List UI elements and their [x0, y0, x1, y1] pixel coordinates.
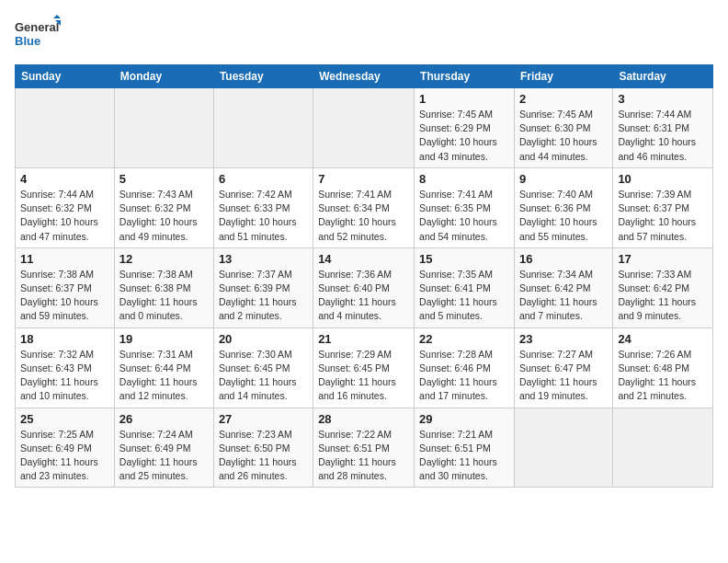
calendar-cell: 17Sunrise: 7:33 AMSunset: 6:42 PMDayligh… — [613, 247, 713, 327]
day-info: Sunrise: 7:41 AMSunset: 6:34 PMDaylight:… — [318, 188, 409, 244]
calendar-cell — [514, 408, 612, 488]
calendar-cell: 9Sunrise: 7:40 AMSunset: 6:36 PMDaylight… — [514, 167, 612, 247]
calendar-cell: 14Sunrise: 7:36 AMSunset: 6:40 PMDayligh… — [313, 247, 415, 327]
day-header-thursday: Thursday — [415, 65, 515, 88]
week-row-2: 4Sunrise: 7:44 AMSunset: 6:32 PMDaylight… — [16, 167, 713, 247]
day-info: Sunrise: 7:36 AMSunset: 6:40 PMDaylight:… — [318, 268, 409, 324]
calendar-cell: 6Sunrise: 7:42 AMSunset: 6:33 PMDaylight… — [213, 167, 313, 247]
day-number: 7 — [318, 172, 409, 186]
calendar-cell: 18Sunrise: 7:32 AMSunset: 6:43 PMDayligh… — [16, 327, 115, 408]
calendar-cell: 21Sunrise: 7:29 AMSunset: 6:45 PMDayligh… — [313, 327, 415, 408]
day-info: Sunrise: 7:26 AMSunset: 6:48 PMDaylight:… — [618, 348, 708, 404]
day-number: 29 — [419, 412, 509, 426]
day-info: Sunrise: 7:34 AMSunset: 6:42 PMDaylight:… — [519, 268, 608, 324]
calendar-cell: 24Sunrise: 7:26 AMSunset: 6:48 PMDayligh… — [613, 327, 713, 408]
day-number: 22 — [419, 332, 509, 346]
day-number: 16 — [519, 252, 608, 266]
day-info: Sunrise: 7:37 AMSunset: 6:39 PMDaylight:… — [219, 268, 308, 324]
calendar-cell: 15Sunrise: 7:35 AMSunset: 6:41 PMDayligh… — [415, 247, 515, 327]
day-number: 5 — [119, 172, 209, 186]
day-info: Sunrise: 7:32 AMSunset: 6:43 PMDaylight:… — [20, 348, 109, 404]
day-info: Sunrise: 7:45 AMSunset: 6:29 PMDaylight:… — [419, 108, 509, 164]
day-number: 27 — [219, 412, 308, 426]
calendar-cell: 12Sunrise: 7:38 AMSunset: 6:38 PMDayligh… — [114, 247, 213, 327]
svg-text:General: General — [15, 20, 59, 34]
day-number: 10 — [618, 172, 708, 186]
day-header-tuesday: Tuesday — [213, 65, 313, 88]
logo: General Blue — [15, 15, 61, 55]
day-number: 18 — [20, 332, 109, 346]
day-info: Sunrise: 7:40 AMSunset: 6:36 PMDaylight:… — [519, 188, 608, 244]
day-info: Sunrise: 7:23 AMSunset: 6:50 PMDaylight:… — [219, 428, 308, 484]
calendar-cell: 7Sunrise: 7:41 AMSunset: 6:34 PMDaylight… — [313, 167, 415, 247]
day-info: Sunrise: 7:39 AMSunset: 6:37 PMDaylight:… — [618, 188, 708, 244]
calendar-cell — [613, 408, 713, 488]
svg-text:Blue: Blue — [15, 34, 40, 48]
calendar-cell: 20Sunrise: 7:30 AMSunset: 6:45 PMDayligh… — [213, 327, 313, 408]
week-row-5: 25Sunrise: 7:25 AMSunset: 6:49 PMDayligh… — [16, 408, 713, 488]
day-number: 1 — [419, 92, 509, 106]
day-info: Sunrise: 7:22 AMSunset: 6:51 PMDaylight:… — [318, 428, 409, 484]
day-number: 20 — [219, 332, 308, 346]
calendar-cell: 13Sunrise: 7:37 AMSunset: 6:39 PMDayligh… — [213, 247, 313, 327]
calendar-cell — [313, 88, 415, 168]
day-info: Sunrise: 7:24 AMSunset: 6:49 PMDaylight:… — [119, 428, 209, 484]
day-info: Sunrise: 7:21 AMSunset: 6:51 PMDaylight:… — [419, 428, 509, 484]
calendar-cell: 5Sunrise: 7:43 AMSunset: 6:32 PMDaylight… — [114, 167, 213, 247]
day-info: Sunrise: 7:28 AMSunset: 6:46 PMDaylight:… — [419, 348, 509, 404]
day-info: Sunrise: 7:33 AMSunset: 6:42 PMDaylight:… — [618, 268, 708, 324]
calendar-cell — [213, 88, 313, 168]
day-number: 11 — [20, 252, 109, 266]
calendar-cell: 27Sunrise: 7:23 AMSunset: 6:50 PMDayligh… — [213, 408, 313, 488]
day-info: Sunrise: 7:44 AMSunset: 6:31 PMDaylight:… — [618, 108, 708, 164]
day-info: Sunrise: 7:44 AMSunset: 6:32 PMDaylight:… — [20, 188, 109, 244]
calendar-cell: 3Sunrise: 7:44 AMSunset: 6:31 PMDaylight… — [613, 88, 713, 168]
day-info: Sunrise: 7:30 AMSunset: 6:45 PMDaylight:… — [219, 348, 308, 404]
calendar-cell: 22Sunrise: 7:28 AMSunset: 6:46 PMDayligh… — [415, 327, 515, 408]
day-info: Sunrise: 7:29 AMSunset: 6:45 PMDaylight:… — [318, 348, 409, 404]
day-header-monday: Monday — [114, 65, 213, 88]
day-number: 23 — [519, 332, 608, 346]
day-number: 3 — [618, 92, 708, 106]
day-number: 2 — [519, 92, 608, 106]
day-info: Sunrise: 7:27 AMSunset: 6:47 PMDaylight:… — [519, 348, 608, 404]
week-row-1: 1Sunrise: 7:45 AMSunset: 6:29 PMDaylight… — [16, 88, 713, 168]
calendar-cell: 16Sunrise: 7:34 AMSunset: 6:42 PMDayligh… — [514, 247, 612, 327]
day-info: Sunrise: 7:38 AMSunset: 6:37 PMDaylight:… — [20, 268, 109, 324]
day-info: Sunrise: 7:25 AMSunset: 6:49 PMDaylight:… — [20, 428, 109, 484]
day-number: 25 — [20, 412, 109, 426]
day-number: 9 — [519, 172, 608, 186]
calendar-cell — [16, 88, 115, 168]
day-number: 4 — [20, 172, 109, 186]
calendar-cell: 25Sunrise: 7:25 AMSunset: 6:49 PMDayligh… — [16, 408, 115, 488]
day-info: Sunrise: 7:41 AMSunset: 6:35 PMDaylight:… — [419, 188, 509, 244]
day-number: 6 — [219, 172, 308, 186]
day-info: Sunrise: 7:42 AMSunset: 6:33 PMDaylight:… — [219, 188, 308, 244]
day-header-friday: Friday — [514, 65, 612, 88]
week-row-4: 18Sunrise: 7:32 AMSunset: 6:43 PMDayligh… — [16, 327, 713, 408]
header: General Blue — [15, 15, 713, 55]
day-number: 28 — [318, 412, 409, 426]
day-info: Sunrise: 7:43 AMSunset: 6:32 PMDaylight:… — [119, 188, 209, 244]
calendar-body: 1Sunrise: 7:45 AMSunset: 6:29 PMDaylight… — [16, 88, 713, 488]
week-row-3: 11Sunrise: 7:38 AMSunset: 6:37 PMDayligh… — [16, 247, 713, 327]
svg-marker-2 — [53, 15, 61, 18]
day-info: Sunrise: 7:45 AMSunset: 6:30 PMDaylight:… — [519, 108, 608, 164]
day-header-wednesday: Wednesday — [313, 65, 415, 88]
logo-svg: General Blue — [15, 15, 61, 55]
day-info: Sunrise: 7:31 AMSunset: 6:44 PMDaylight:… — [119, 348, 209, 404]
calendar-cell: 2Sunrise: 7:45 AMSunset: 6:30 PMDaylight… — [514, 88, 612, 168]
calendar-cell: 29Sunrise: 7:21 AMSunset: 6:51 PMDayligh… — [415, 408, 515, 488]
day-number: 13 — [219, 252, 308, 266]
calendar-cell: 19Sunrise: 7:31 AMSunset: 6:44 PMDayligh… — [114, 327, 213, 408]
day-number: 8 — [419, 172, 509, 186]
day-info: Sunrise: 7:35 AMSunset: 6:41 PMDaylight:… — [419, 268, 509, 324]
calendar-cell — [114, 88, 213, 168]
day-header-saturday: Saturday — [613, 65, 713, 88]
day-number: 24 — [618, 332, 708, 346]
day-number: 12 — [119, 252, 209, 266]
calendar-table: SundayMondayTuesdayWednesdayThursdayFrid… — [15, 64, 713, 488]
day-number: 19 — [119, 332, 209, 346]
day-info: Sunrise: 7:38 AMSunset: 6:38 PMDaylight:… — [119, 268, 209, 324]
day-number: 15 — [419, 252, 509, 266]
